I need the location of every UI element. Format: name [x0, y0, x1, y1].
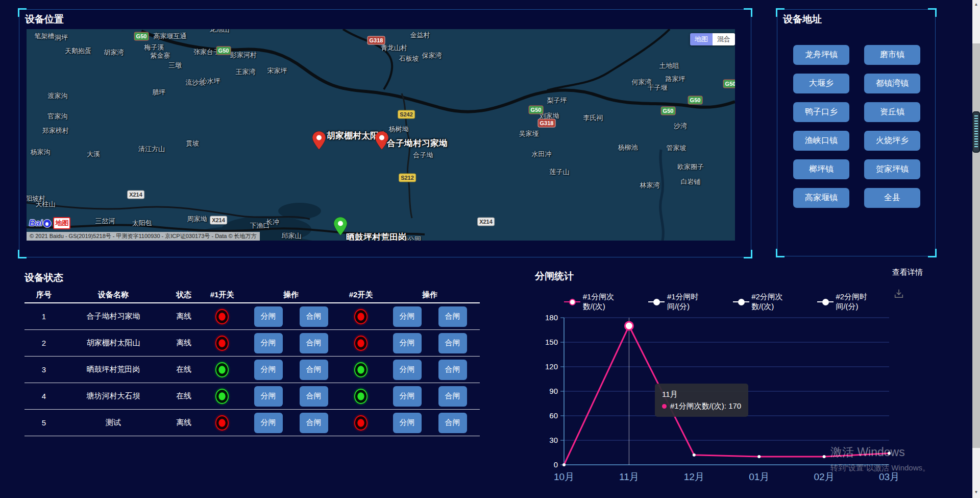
map-place-label: 路家坪: [666, 75, 685, 84]
data-point: [888, 452, 891, 455]
road-badge-x214: X214: [127, 191, 144, 199]
address-button[interactable]: 全县: [864, 188, 920, 208]
tooltip-title: 11月: [662, 388, 741, 400]
legend-item[interactable]: #1分闸次数/(次): [564, 292, 636, 312]
close-switch2-button[interactable]: 合闸: [438, 386, 467, 407]
map-marker-pin[interactable]: [312, 131, 326, 152]
map-place-label: 吴家垭: [519, 129, 539, 138]
map-place-label: 洞坪: [55, 33, 68, 42]
map-place-label: 土地咀: [659, 61, 679, 70]
scrollbar[interactable]: ▲ ▼: [972, 0, 980, 498]
open-switch1-button[interactable]: 分闸: [254, 306, 283, 327]
close-switch1-button[interactable]: 合闸: [300, 306, 328, 327]
table-header-cell: 序号: [24, 290, 63, 300]
open-switch1-button[interactable]: 分闸: [254, 386, 283, 407]
tooltip-series-dot: [662, 404, 667, 409]
close-switch1-button[interactable]: 合闸: [300, 386, 328, 407]
map-place-label: 李氏祠: [583, 113, 603, 123]
baidu-map[interactable]: 笔架槽洞坪天鹅抱蛋胡家湾高家堰互通梅子溪紫金寨张家台子彭家河村龙池山青龙山村金益…: [27, 29, 735, 241]
map-place-label: 三墩: [168, 61, 182, 70]
address-button[interactable]: 贺家坪镇: [864, 159, 920, 179]
close-switch1-button[interactable]: 合闸: [300, 413, 328, 433]
address-button[interactable]: 磨市镇: [864, 45, 920, 65]
device-status: 在线: [163, 391, 204, 401]
table-header-cell: #1开关: [204, 290, 240, 300]
map-place-label: 紫金寨: [151, 51, 170, 60]
close-switch1-button[interactable]: 合闸: [300, 333, 328, 353]
legend-label: #1分闸次数/(次): [583, 292, 636, 312]
address-button[interactable]: 火烧坪乡: [864, 131, 920, 151]
close-switch1-button[interactable]: 合闸: [300, 360, 328, 380]
road-badge-g318: G318: [538, 119, 556, 128]
scrollbar-up-arrow[interactable]: ▲: [972, 2, 980, 7]
y-axis-label: 0: [554, 460, 558, 469]
map-place-label: 周家坳: [187, 215, 207, 224]
device-address-panel: 设备地址 龙舟坪镇磨市镇大堰乡都镇湾镇鸭子口乡资丘镇渔峡口镇火烧坪乡榔坪镇贺家坪…: [777, 9, 936, 256]
legend-item[interactable]: #1分闸时间/(分): [648, 292, 720, 312]
map-place-label: 水田冲: [532, 150, 552, 159]
scrollbar-down-arrow[interactable]: ▼: [972, 490, 980, 494]
map-type-toggle[interactable]: 地图 混合: [690, 33, 735, 45]
table-header-row: 序号设备名称状态#1开关操作#2开关操作: [24, 287, 480, 303]
open-switch2-button[interactable]: 分闸: [393, 306, 422, 327]
legend-marker-icon: [564, 299, 580, 305]
open-switch1-button[interactable]: 分闸: [254, 333, 283, 353]
map-marker-pin[interactable]: [334, 217, 347, 238]
address-button[interactable]: 高家堰镇: [793, 188, 849, 208]
table-header-cell: 状态: [163, 290, 204, 300]
legend-dot: [822, 299, 829, 305]
close-switch2-button[interactable]: 合闸: [438, 306, 467, 327]
open-switch1-button[interactable]: 分闸: [254, 413, 283, 433]
road-badge-g50: G50: [661, 107, 676, 115]
map-place-label: 官家沟: [48, 112, 68, 121]
open-switch2-button[interactable]: 分闸: [393, 333, 422, 353]
download-icon[interactable]: [893, 288, 904, 302]
map-place-label: 管家坡: [667, 144, 687, 153]
pin-icon: [334, 217, 347, 235]
address-button[interactable]: 渔峡口镇: [793, 131, 849, 151]
legend-item[interactable]: #2分闸时间/(分): [817, 292, 889, 312]
address-button[interactable]: 资丘镇: [864, 102, 920, 122]
x-axis-label: 01月: [749, 471, 769, 482]
scrollbar-indicator[interactable]: [972, 111, 980, 153]
map-place-label: 胡家湾: [104, 48, 124, 57]
map-type-map-button[interactable]: 地图: [690, 33, 713, 45]
open-switch1-button[interactable]: 分闸: [254, 360, 283, 380]
map-copyright: © 2021 Baidu - GS(2019)5218号 - 甲测资字11009…: [27, 232, 260, 241]
device-name: 晒鼓坪村荒田岗: [63, 365, 163, 374]
close-switch2-button[interactable]: 合闸: [438, 360, 467, 380]
switch2-indicator: [354, 309, 368, 324]
map-place-label: 阴阳坡村: [27, 194, 45, 203]
address-button[interactable]: 都镇湾镇: [864, 74, 920, 93]
data-point: [823, 455, 826, 458]
device-status: 在线: [163, 365, 204, 374]
map-place-label: 宋家坪: [267, 66, 287, 76]
map-place-label: 梨子坪: [547, 96, 567, 105]
map-type-hybrid-button[interactable]: 混合: [713, 33, 735, 45]
address-button[interactable]: 龙舟坪镇: [793, 45, 849, 65]
view-details-link[interactable]: 查看详情: [892, 268, 923, 277]
device-status-title: 设备状态: [24, 271, 63, 284]
road-badge-g318: G318: [368, 36, 385, 45]
open-switch2-button[interactable]: 分闸: [393, 386, 422, 407]
data-point: [693, 454, 696, 457]
data-point: [757, 455, 761, 458]
legend-item[interactable]: #2分闸次数/(次): [733, 292, 805, 312]
data-point: [562, 463, 566, 466]
close-switch2-button[interactable]: 合闸: [438, 413, 467, 433]
scrollbar-thumb[interactable]: [972, 43, 980, 448]
close-switch2-button[interactable]: 合闸: [438, 333, 467, 353]
open-switch2-button[interactable]: 分闸: [393, 360, 422, 380]
legend-label: #2分闸时间/(分): [836, 292, 889, 312]
map-place-label: 保家湾: [422, 51, 442, 60]
address-button[interactable]: 鸭子口乡: [793, 102, 849, 122]
address-button[interactable]: 榔坪镇: [793, 159, 849, 179]
open-switch2-button[interactable]: 分闸: [393, 413, 422, 433]
baidu-paw-icon: [43, 219, 52, 228]
device-status-table: 序号设备名称状态#1开关操作#2开关操作1合子坳村习家坳离线分闸合闸分闸合闸2胡…: [24, 287, 480, 436]
chart-tooltip: 11月#1分闸次数/(次): 170: [655, 384, 748, 417]
map-place-label: 天鹅抱蛋: [65, 46, 91, 56]
map-place-label: 杨树坳: [389, 125, 409, 134]
map-place-label: 贯坡: [186, 139, 199, 148]
address-button[interactable]: 大堰乡: [793, 74, 849, 93]
